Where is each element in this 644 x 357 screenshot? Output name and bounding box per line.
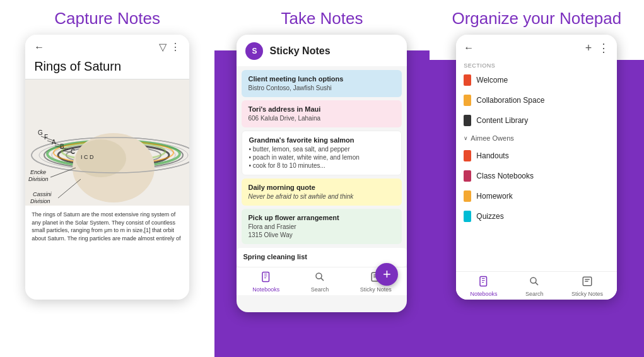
note-title: Rings of Saturn [34, 59, 180, 74]
center-phone-wrapper: S Sticky Notes Client meeting lunch opti… [237, 35, 407, 312]
note-card-1-title: Client meeting lunch options [248, 75, 395, 83]
note-text-area: The rings of Saturn are the most extensi… [25, 206, 189, 247]
svg-text:F: F [44, 134, 48, 141]
svg-text:G: G [38, 129, 43, 136]
sticky-icon-letter: S [252, 47, 257, 56]
search-icon [314, 271, 325, 285]
more-icon[interactable]: ⋮ [170, 41, 180, 53]
class-notebooks-name: Class Notebooks [476, 172, 534, 180]
center-panel: Take Notes S Sticky Notes Client meeting… [214, 0, 429, 357]
group-chevron-icon: ∨ [464, 135, 468, 141]
note-card-5-body: Flora and Frasier1315 Olive Way [248, 223, 395, 239]
right-bottom-nav: Notebooks Search Sticky Notes [456, 271, 617, 300]
back-arrow-icon[interactable]: ← [34, 42, 44, 53]
note-card-1-body: Bistro Contoso, Jawfish Sushi [248, 84, 395, 92]
header-icons: ▽ ⋮ [159, 41, 180, 53]
group-aimee-owens[interactable]: ∨ Aimee Owens [456, 131, 617, 146]
collaboration-dot [464, 95, 471, 106]
welcome-name: Welcome [476, 76, 508, 85]
right-phone-wrapper: ← + ⋮ SECTIONS Welcome Collaboration Spa… [456, 35, 617, 300]
svg-rect-29 [262, 272, 269, 282]
center-phone-mockup: S Sticky Notes Client meeting lunch opti… [237, 35, 407, 312]
add-icon[interactable]: + [585, 42, 592, 55]
notebooks-icon [261, 271, 272, 285]
svg-text:Encke: Encke [30, 169, 46, 175]
nav-search[interactable]: Search [311, 271, 329, 293]
saturn-svg: G F A B C I C D Encke Division [25, 79, 189, 206]
section-quizzes[interactable]: Quizzes [456, 206, 617, 226]
nav-search-label: Search [311, 286, 329, 293]
right-nav-sticky-label: Sticky Notes [571, 291, 603, 297]
left-phone-mockup: ← ▽ ⋮ Rings of Saturn [25, 35, 189, 300]
right-nav-search-label: Search [525, 291, 544, 297]
left-panel: Capture Notes ← ▽ ⋮ Rings of Saturn [0, 0, 214, 357]
right-phone-mockup: ← + ⋮ SECTIONS Welcome Collaboration Spa… [456, 35, 617, 300]
nav-notebooks[interactable]: Notebooks [252, 271, 279, 293]
onenote-header-icons: + ⋮ [585, 41, 610, 55]
saturn-image-area: G F A B C I C D Encke Division [25, 79, 189, 206]
quizzes-dot [464, 211, 471, 222]
sticky-notes-icon: S [245, 42, 263, 60]
svg-rect-38 [480, 277, 487, 286]
svg-point-33 [316, 273, 322, 279]
left-phone-header: ← ▽ ⋮ [25, 35, 189, 57]
section-homework[interactable]: Homework [456, 186, 617, 206]
svg-text:B: B [60, 143, 64, 150]
handouts-dot [464, 150, 471, 161]
right-back-arrow[interactable]: ← [464, 42, 474, 54]
section-class-notebooks[interactable]: Class Notebooks [456, 166, 617, 186]
section-content-library[interactable]: Content Library [456, 110, 617, 131]
quizzes-name: Quizzes [476, 212, 503, 221]
svg-line-34 [321, 278, 324, 281]
sticky-notes-header: S Sticky Notes [237, 35, 407, 66]
note-card-4-title: Daily morning quote [248, 184, 395, 191]
svg-text:Cassini: Cassini [33, 191, 52, 197]
note-card-1[interactable]: Client meeting lunch options Bistro Cont… [242, 70, 402, 97]
right-panel: Organize your Notepad ← + ⋮ SECTIONS Wel… [430, 0, 644, 357]
content-library-name: Content Library [476, 116, 528, 125]
right-sticky-icon [582, 276, 593, 290]
right-nav-search[interactable]: Search [525, 276, 544, 297]
right-notebooks-icon [478, 276, 489, 290]
section-welcome[interactable]: Welcome [456, 70, 617, 90]
center-panel-title: Take Notes [268, 0, 375, 35]
onenote-more-icon[interactable]: ⋮ [598, 41, 609, 55]
right-nav-sticky[interactable]: Sticky Notes [571, 276, 603, 297]
notes-list: Client meeting lunch options Bistro Cont… [237, 66, 407, 248]
section-collaboration[interactable]: Collaboration Space [456, 90, 617, 110]
content-library-dot [464, 115, 471, 126]
right-nav-notebooks-label: Notebooks [471, 291, 498, 297]
homework-name: Homework [476, 192, 512, 201]
class-notebooks-dot [464, 170, 471, 182]
right-nav-notebooks[interactable]: Notebooks [471, 276, 498, 297]
svg-line-43 [536, 283, 538, 285]
note-card-4[interactable]: Daily morning quote Never be afraid to s… [242, 178, 402, 206]
note-card-4-body: Never be afraid to sit awhile and think [248, 192, 395, 201]
sticky-notes-title: Sticky Notes [269, 45, 330, 57]
right-search-icon [529, 276, 540, 290]
fab-icon: + [383, 266, 391, 283]
note-card-2-body: 606 Kalula Drive, Lahaina [248, 114, 395, 122]
note-body-text: The rings of Saturn are the most extensi… [32, 211, 180, 242]
note-card-3-body: • butter, lemon, sea salt, and pepper• p… [249, 145, 395, 170]
section-handouts[interactable]: Handouts [456, 146, 617, 166]
filter-icon[interactable]: ▽ [159, 41, 167, 53]
nav-notebooks-label: Notebooks [252, 286, 279, 293]
note-card-5[interactable]: Pick up flower arrangement Flora and Fra… [242, 209, 402, 244]
homework-dot [464, 190, 471, 202]
partial-note-title: Spring cleaning list [243, 253, 401, 260]
note-card-2[interactable]: Tori's address in Maui 606 Kalula Drive,… [242, 100, 402, 127]
svg-text:Division: Division [28, 176, 49, 182]
note-card-3[interactable]: Grandma's favorite king salmon • butter,… [242, 131, 402, 175]
left-panel-title: Capture Notes [42, 0, 173, 35]
note-card-2-title: Tori's address in Maui [248, 105, 395, 113]
main-container: Capture Notes ← ▽ ⋮ Rings of Saturn [0, 0, 644, 357]
svg-point-42 [530, 278, 536, 283]
collaboration-name: Collaboration Space [476, 96, 544, 105]
right-panel-title: Organize your Notepad [439, 0, 634, 35]
nav-sticky-label: Sticky Notes [360, 286, 392, 293]
handouts-name: Handouts [476, 151, 508, 160]
note-card-5-title: Pick up flower arrangement [248, 214, 395, 221]
svg-text:I C D: I C D [81, 154, 94, 160]
note-card-3-title: Grandma's favorite king salmon [249, 136, 395, 144]
